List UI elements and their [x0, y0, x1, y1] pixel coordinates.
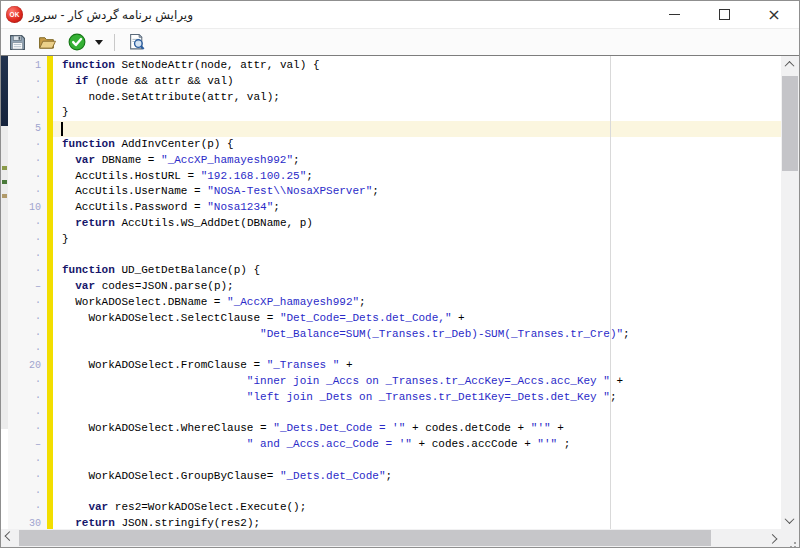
code-line: WorkADOSelect.SelectClause = "Det_Code=_… [53, 311, 781, 327]
code-line: AccUtils.HostURL = "192.168.100.25"; [53, 169, 781, 185]
code-line: WorkADOSelect.GroupByClause= "_Dets.det_… [53, 469, 781, 485]
chevron-left-icon [5, 531, 15, 541]
line-number: · [8, 105, 47, 121]
code-line: return JSON.stringify(res2); [53, 516, 781, 529]
line-number: · [8, 500, 47, 516]
chevron-right-icon [768, 534, 778, 544]
string-token: "_Dets.det_Code" [280, 470, 386, 482]
vertical-scrollbar[interactable] [781, 56, 799, 529]
open-folder-icon [38, 34, 56, 51]
vertical-scrollbar-thumb[interactable] [782, 76, 798, 171]
code-line: WorkADOSelect.FromClause = "_Transes " + [53, 358, 781, 374]
code-line: "left join _Dets on _Transes.tr_Det1Key=… [53, 390, 781, 406]
keyword-token: return [75, 517, 115, 529]
scroll-right-button[interactable] [764, 529, 781, 546]
string-token: "'" [531, 422, 551, 434]
line-number: · [8, 216, 47, 232]
scroll-left-button[interactable] [1, 529, 18, 546]
artifact-navy [1, 56, 8, 126]
keyword-token: return [75, 217, 115, 229]
string-token: "192.168.100.25" [201, 170, 307, 182]
check-circle-icon [68, 33, 86, 51]
line-number: · [8, 263, 47, 279]
line-number: · [8, 406, 47, 422]
keyword-token: if [75, 75, 88, 87]
line-number: 30 [8, 516, 47, 529]
string-token: "left join _Dets on _Transes.tr_Det1Key=… [247, 391, 610, 403]
code-line: node.SetAttribute(attr, val); [53, 90, 781, 106]
code-line: AccUtils.UserName = "NOSA-Test\\NosaXPSe… [53, 184, 781, 200]
code-line: function UD_GetDetBalance(p) { [53, 263, 781, 279]
document-magnifier-icon [128, 33, 146, 51]
string-token: "_Transes " [267, 359, 340, 371]
right-margin-line [610, 56, 611, 529]
keyword-token: function [62, 138, 115, 150]
line-number: – [8, 437, 47, 453]
code-line [53, 453, 781, 469]
toolbar-separator [114, 34, 115, 51]
code-line [53, 248, 781, 264]
line-number: · [8, 390, 47, 406]
code-line: } [53, 232, 781, 248]
code-line: " and _Accs.acc_Code = '" + codes.accCod… [53, 437, 781, 453]
string-token: "_AccXP_hamayesh992" [227, 296, 359, 308]
string-token: " and _Accs.acc_Code = '" [247, 438, 412, 450]
code-line [53, 485, 781, 501]
check-dropdown-button[interactable] [90, 30, 108, 54]
line-number: · [8, 342, 47, 358]
line-number: · [8, 184, 47, 200]
line-number: 10 [8, 200, 47, 216]
line-number: · [8, 232, 47, 248]
code-line: WorkADOSelect.DBName = "_AccXP_hamayesh9… [53, 295, 781, 311]
edit-workflow-window: OK ویرایش برنامه گردش کار - سرور × [0, 0, 800, 548]
code-line: AccUtils.Password = "Nosa1234"; [53, 200, 781, 216]
background-artifact-strip [1, 56, 8, 529]
window-title: ویرایش برنامه گردش کار - سرور [29, 8, 193, 22]
line-number: · [8, 248, 47, 264]
string-token: "Det_Balance=SUM(_Transes.tr_Deb)-SUM(_T… [260, 328, 623, 340]
text-caret [61, 122, 63, 136]
line-number: · [8, 153, 47, 169]
scroll-down-button[interactable] [781, 512, 798, 529]
minimize-icon [669, 14, 680, 15]
save-icon [9, 34, 26, 51]
save-button[interactable] [5, 30, 30, 54]
keyword-token: function [62, 59, 115, 71]
chevron-down-icon [785, 514, 795, 524]
close-button[interactable]: × [749, 1, 799, 28]
resize-grip-dots [794, 542, 796, 544]
resize-grip[interactable] [781, 529, 799, 547]
string-token: "_Dets.Det_Code = '" [273, 422, 405, 434]
line-number: · [8, 169, 47, 185]
code-line: WorkADOSelect.WhereClause = "_Dets.Det_C… [53, 421, 781, 437]
code-line: function SetNodeAttr(node, attr, val) { [53, 58, 781, 74]
code-line: "Det_Balance=SUM(_Transes.tr_Deb)-SUM(_T… [53, 327, 781, 343]
line-number: · [8, 453, 47, 469]
code-line: var DBName = "_AccXP_hamayesh992"; [53, 153, 781, 169]
maximize-button[interactable] [699, 1, 749, 28]
string-token: "_AccXP_hamayesh992" [161, 154, 293, 166]
code-area[interactable]: function SetNodeAttr(node, attr, val) { … [53, 56, 781, 529]
chevron-up-icon [785, 61, 795, 71]
line-number: 20 [8, 358, 47, 374]
scroll-up-button[interactable] [781, 56, 798, 73]
ok-red-badge-icon: OK [6, 6, 23, 23]
preview-button[interactable] [124, 30, 150, 54]
code-line [53, 406, 781, 422]
keyword-token: function [62, 264, 115, 276]
code-line: } [53, 105, 781, 121]
minimize-button[interactable] [649, 1, 699, 28]
artifact-white [1, 429, 8, 529]
check-syntax-button[interactable] [64, 30, 90, 54]
horizontal-scrollbar-thumb[interactable] [19, 530, 711, 546]
chevron-down-icon [95, 40, 103, 45]
keyword-token: var [75, 280, 95, 292]
horizontal-scrollbar[interactable] [1, 529, 781, 547]
keyword-token: var [75, 154, 95, 166]
line-number: · [8, 469, 47, 485]
toolbar [1, 29, 799, 56]
code-line [53, 342, 781, 358]
line-number-gutter: 1···5····10····–····20····–····30· [8, 56, 47, 529]
string-token: "Det_Code=_Dets.det_Code," [280, 312, 452, 324]
open-button[interactable] [34, 30, 60, 54]
